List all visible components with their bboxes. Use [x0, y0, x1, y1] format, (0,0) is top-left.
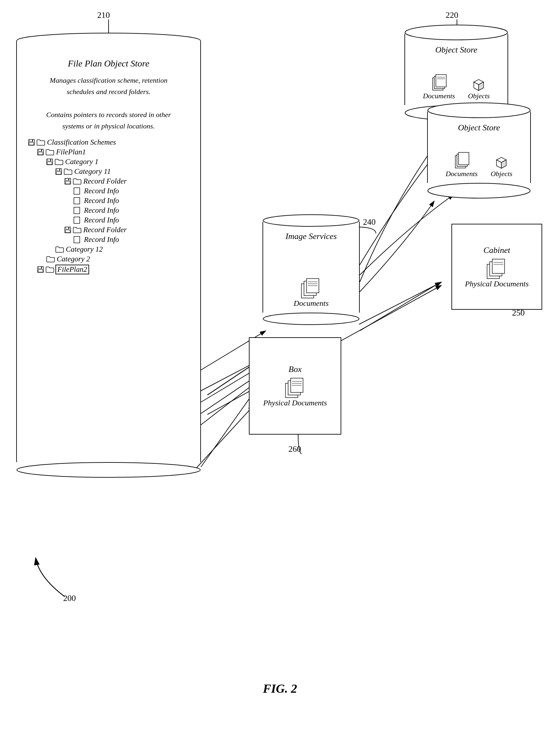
svg-rect-31 — [74, 188, 80, 194]
object-store-2: Object Store Documents O — [427, 102, 531, 200]
tree-item-category1: Category 1 — [46, 158, 189, 166]
floppy-icon-2 — [37, 149, 44, 155]
svg-point-44 — [17, 462, 200, 477]
folder-icon-2 — [46, 149, 54, 155]
cabinet-box: Cabinet Physical Documents — [452, 224, 542, 310]
svg-rect-13 — [32, 140, 33, 141]
svg-rect-43 — [38, 270, 43, 272]
box-docs-label: Physical Documents — [263, 399, 327, 407]
cabinet-docs-label: Physical Documents — [465, 279, 529, 288]
folder-icon — [37, 139, 45, 146]
diagram-container: 210 220 230 240 250 260 200 File Plan Ob… — [0, 0, 560, 713]
svg-rect-32 — [74, 197, 80, 204]
object-store-1-title: Object Store — [435, 45, 477, 55]
object-store-1-body: Object Store Documents — [404, 34, 508, 105]
svg-rect-37 — [68, 227, 69, 229]
doc-icon-5 — [74, 236, 80, 243]
tree-item-record-info-5: Record Info — [74, 235, 189, 244]
doc-icon-1 — [74, 188, 80, 195]
figure-label: FIG. 2 — [263, 681, 297, 696]
svg-rect-39 — [74, 236, 80, 243]
doc-icon-2 — [74, 197, 80, 204]
box-container: Box Physical Documents — [249, 337, 341, 434]
tree-item-category2: Category 2 — [46, 255, 189, 263]
svg-rect-34 — [74, 217, 80, 224]
ref-210: 210 — [97, 11, 110, 20]
svg-rect-18 — [38, 152, 43, 155]
object-store-2-body: Object Store Documents O — [427, 112, 531, 183]
image-services: Image Services Documents — [262, 214, 360, 327]
svg-rect-58 — [459, 152, 469, 165]
tree-item-category11: Category 11 — [55, 167, 189, 176]
svg-rect-30 — [65, 181, 70, 184]
folder-icon-4 — [64, 168, 72, 175]
svg-rect-73 — [492, 259, 505, 273]
svg-rect-42 — [41, 267, 42, 269]
object-store-2-title: Object Store — [458, 123, 500, 133]
object-store-2-objects: Objects — [491, 153, 512, 178]
main-cylinder-desc: Manages classification scheme, retention… — [28, 75, 189, 132]
image-services-body: Image Services Documents — [262, 222, 360, 313]
tree-item-category12: Category 12 — [55, 245, 189, 254]
svg-rect-33 — [74, 207, 80, 214]
svg-point-62 — [428, 183, 530, 198]
svg-rect-17 — [41, 150, 42, 151]
folder-icon-5 — [73, 178, 81, 185]
svg-rect-26 — [56, 172, 61, 174]
svg-rect-21 — [50, 159, 51, 161]
tree-item-record-info-3: Record Info — [74, 206, 189, 215]
svg-rect-25 — [59, 169, 60, 171]
file-plan-tree: Classification Schemes FilePlan1 — [28, 138, 189, 274]
doc-icon-4 — [74, 217, 80, 224]
object-store-1-objects: Objects — [468, 76, 490, 100]
tree-item-fileplan1: FilePlan1 — [37, 148, 189, 156]
tree-item-record-folder-1: Record Folder — [64, 177, 189, 186]
image-services-docs: Documents — [294, 278, 328, 308]
folder-icon-6 — [73, 227, 81, 233]
cabinet-title: Cabinet — [483, 246, 510, 255]
tree-item-record-info-1: Record Info — [74, 187, 189, 195]
main-cylinder-title: File Plan Object Store — [28, 58, 189, 69]
svg-point-63 — [263, 215, 359, 226]
folder-icon-9 — [46, 266, 54, 273]
object-store-2-docs: Documents — [446, 152, 478, 178]
floppy-icon-5 — [64, 178, 71, 185]
svg-point-55 — [428, 103, 530, 118]
image-services-title: Image Services — [285, 232, 337, 241]
cylinder-body: File Plan Object Store Manages classific… — [16, 41, 201, 462]
object-store-2-contents: Documents Objects — [446, 152, 512, 178]
svg-point-45 — [405, 25, 507, 40]
box-title: Box — [288, 365, 301, 374]
main-cylinder: File Plan Object Store Manages classific… — [16, 33, 201, 478]
svg-rect-22 — [47, 162, 52, 165]
tree-item-classification-schemes: Classification Schemes — [28, 138, 189, 147]
ref-220: 220 — [446, 11, 458, 20]
svg-rect-48 — [436, 75, 446, 87]
cylinder-bottom-ellipse — [16, 462, 201, 478]
tree-item-record-info-2: Record Info — [74, 196, 189, 205]
object-store-1-docs: Documents — [423, 74, 455, 100]
folder-icon-3 — [55, 159, 63, 165]
tree-item-fileplan2: FilePlan2 — [37, 265, 189, 274]
ref-240: 240 — [363, 217, 376, 227]
svg-rect-14 — [29, 142, 34, 145]
svg-rect-38 — [65, 230, 70, 233]
ref-200: 200 — [63, 594, 76, 603]
floppy-icon-6 — [64, 227, 71, 233]
ref-260: 260 — [288, 444, 301, 454]
svg-rect-29 — [68, 179, 69, 180]
floppy-icon — [28, 139, 35, 146]
floppy-icon-3 — [46, 159, 53, 165]
doc-icon-3 — [74, 207, 80, 214]
svg-line-9 — [360, 282, 441, 331]
floppy-icon-7 — [37, 266, 44, 273]
floppy-icon-4 — [55, 168, 62, 175]
tree-item-record-folder-2: Record Folder — [64, 226, 189, 234]
folder-icon-7 — [55, 246, 64, 253]
tree-item-record-info-4: Record Info — [74, 216, 189, 225]
svg-point-70 — [263, 313, 359, 325]
folder-icon-8 — [46, 256, 55, 263]
object-store-1-contents: Documents Objects — [423, 74, 490, 100]
svg-line-8 — [201, 389, 256, 467]
